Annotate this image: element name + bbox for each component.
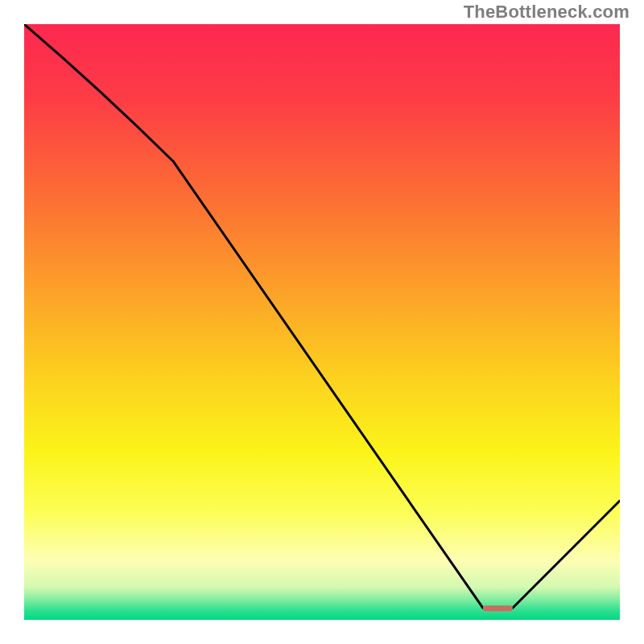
attribution-text: TheBottleneck.com xyxy=(464,2,630,23)
chart-plot-area xyxy=(24,24,620,620)
chart-canvas xyxy=(24,24,620,620)
highlight-marker xyxy=(483,605,513,611)
heatmap-background xyxy=(24,24,620,620)
chart-page: TheBottleneck.com xyxy=(0,0,644,644)
